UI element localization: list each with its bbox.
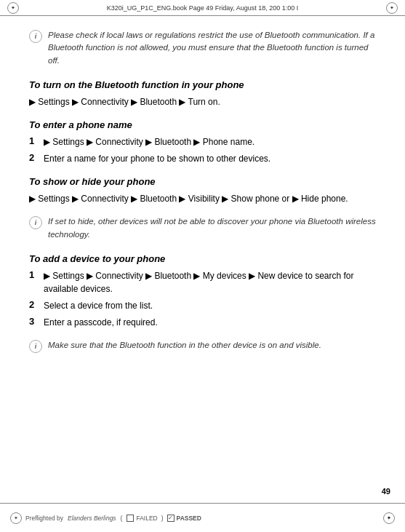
step-item-2-2: 2 Enter a name for your phone to be show… [29,152,376,165]
note-box-2: i If set to hide, other devices will not… [29,215,376,241]
step-item-4-3: 3 Enter a passcode, if required. [29,316,376,329]
section-add-device: To add a device to your phone 1 ▶ Settin… [29,253,376,329]
section-heading-2: To enter a phone name [29,119,376,132]
step-item-4-2: 2 Select a device from the list. [29,299,376,312]
note-text-3: Make sure that the Bluetooth function in… [48,339,321,352]
step-text-4-1: ▶ Settings ▶ Connectivity ▶ Bluetooth ▶ … [44,269,376,295]
step-item-4-1: 1 ▶ Settings ▶ Connectivity ▶ Bluetooth … [29,269,376,295]
failed-label: FAILED [136,515,157,522]
section-phone-name: To enter a phone name 1 ▶ Settings ▶ Con… [29,119,376,165]
step-num-2-2: 2 [29,152,39,163]
section-heading-3: To show or hide your phone [29,175,376,188]
step-list-2: 1 ▶ Settings ▶ Connectivity ▶ Bluetooth … [29,135,376,165]
note-text-1: Please check if local laws or regulation… [48,29,376,67]
note-text-2: If set to hide, other devices will not b… [48,215,376,241]
note-icon-2: i [29,216,42,229]
top-left-corner-mark: ✦ [7,2,19,14]
page-wrapper: ✦ K320i_UG_P1C_ENG.book Page 49 Friday, … [0,0,405,532]
company-name: Elanders Berlings [68,515,116,522]
note-box-3: i Make sure that the Bluetooth function … [29,339,376,353]
passed-label: PASSED [177,515,201,522]
step-text-4-3: Enter a passcode, if required. [44,316,158,329]
note-icon-3: i [29,340,42,353]
step-text-2-1: ▶ Settings ▶ Connectivity ▶ Bluetooth ▶ … [44,135,254,148]
bottom-right-corner-mark: ✦ [383,512,395,524]
page-number: 49 [382,487,390,496]
section-heading-4: To add a device to your phone [29,253,376,266]
preflighted-text: Preflighted by [25,515,63,522]
separator: ( [121,515,123,522]
step-text-4-2: Select a device from the list. [44,299,153,312]
step-text-2-2: Enter a name for your phone to be shown … [44,152,270,165]
step-list-4: 1 ▶ Settings ▶ Connectivity ▶ Bluetooth … [29,269,376,329]
book-reference: K320i_UG_P1C_ENG.book Page 49 Friday, Au… [107,4,299,12]
section3-nav: ▶ Settings ▶ Connectivity ▶ Bluetooth ▶ … [29,192,376,205]
failed-checkbox [127,515,134,522]
step-num-4-2: 2 [29,299,39,310]
note-icon-1: i [29,30,42,43]
section-heading-1: To turn on the Bluetooth function in you… [29,79,376,92]
section-bluetooth-on: To turn on the Bluetooth function in you… [29,79,376,108]
bottom-bar: ✦ Preflighted by Elanders Berlings ( FAI… [0,503,405,532]
top-bar: ✦ K320i_UG_P1C_ENG.book Page 49 Friday, … [0,0,405,16]
separator2: ) [161,515,164,522]
step-num-4-1: 1 [29,269,39,280]
top-right-corner-mark: ✦ [386,2,398,14]
bottom-left-corner-mark: ✦ [10,512,22,524]
note-box-1: i Please check if local laws or regulati… [29,29,376,67]
step-num-2-1: 1 [29,135,39,146]
section1-nav: ▶ Settings ▶ Connectivity ▶ Bluetooth ▶ … [29,95,376,108]
section-show-hide: To show or hide your phone ▶ Settings ▶ … [29,175,376,205]
step-num-4-3: 3 [29,316,39,327]
step-item-2-1: 1 ▶ Settings ▶ Connectivity ▶ Bluetooth … [29,135,376,148]
passed-checkbox [167,515,175,522]
main-content: i Please check if local laws or regulati… [22,16,383,503]
bottom-left-area: ✦ Preflighted by Elanders Berlings ( FAI… [10,512,201,524]
preflighted-label: Preflighted by Elanders Berlings ( FAILE… [25,515,201,522]
